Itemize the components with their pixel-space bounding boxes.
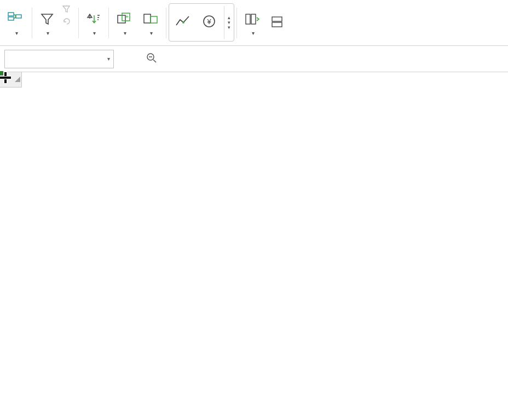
select-all-corner[interactable]: [0, 72, 22, 88]
chevron-down-icon: ▾: [47, 30, 49, 36]
duplicates-button[interactable]: + ▾: [111, 3, 137, 43]
pivot-table-button[interactable]: ▾: [2, 3, 30, 43]
filter-sub-group: [60, 3, 76, 27]
svg-rect-11: [246, 14, 250, 24]
ribbon-toolbar: ▾ ▾ ▾ + ▾ ▾: [0, 0, 508, 46]
svg-rect-7: [151, 16, 157, 23]
chevron-down-icon: ▾: [124, 30, 126, 36]
separator: [108, 8, 109, 38]
funds-button[interactable]: ¥: [198, 14, 221, 31]
chevron-down-icon: ▾: [93, 30, 96, 36]
formula-input[interactable]: [168, 50, 504, 68]
separator: [78, 8, 79, 38]
chevron-down-icon: ▾: [228, 25, 230, 30]
sort-icon: [86, 10, 101, 28]
funds-icon: ¥: [201, 14, 217, 30]
text-to-columns-icon: [245, 10, 260, 28]
name-box[interactable]: ▾: [4, 50, 114, 68]
pivot-table-icon: [8, 10, 24, 28]
svg-rect-13: [272, 17, 282, 21]
svg-rect-14: [272, 22, 282, 27]
filter-icon: [40, 10, 54, 28]
svg-text:+: +: [125, 14, 129, 20]
svg-rect-6: [144, 14, 151, 23]
duplicates-icon: +: [117, 10, 132, 28]
reapply-button: [62, 16, 74, 26]
svg-rect-1: [8, 17, 14, 20]
data-types-expand[interactable]: ▴ ▾ ▾: [224, 6, 232, 39]
svg-rect-0: [8, 13, 14, 16]
separator: [32, 8, 32, 38]
formula-bar: ▾: [0, 46, 508, 72]
fill-icon: [271, 13, 284, 31]
separator: [166, 8, 166, 38]
chevron-down-icon: ▾: [252, 30, 255, 36]
stocks-icon: [175, 14, 191, 30]
chevron-down-icon: ▾: [15, 30, 18, 36]
chevron-down-icon: ▾: [150, 30, 153, 36]
autofilter-button[interactable]: ▾: [34, 3, 60, 43]
data-compare-icon: [143, 10, 158, 28]
data-types-group: ¥ ▴ ▾ ▾: [169, 3, 234, 42]
svg-rect-12: [251, 14, 256, 24]
chevron-down-icon: ▾: [107, 56, 110, 62]
fill-button[interactable]: [265, 3, 284, 43]
search-icon[interactable]: [146, 52, 158, 66]
separator: [236, 8, 237, 38]
spreadsheet-grid[interactable]: [0, 72, 508, 420]
data-compare-button[interactable]: ▾: [137, 3, 164, 43]
svg-line-16: [153, 60, 156, 62]
svg-point-8: [182, 21, 184, 24]
text-to-columns-button[interactable]: ▾: [239, 3, 265, 43]
stocks-button[interactable]: [171, 14, 194, 31]
svg-rect-2: [16, 15, 21, 18]
show-all-button: [62, 4, 74, 14]
svg-text:¥: ¥: [206, 18, 211, 26]
svg-rect-3: [118, 15, 125, 23]
sort-button[interactable]: ▾: [81, 3, 106, 43]
